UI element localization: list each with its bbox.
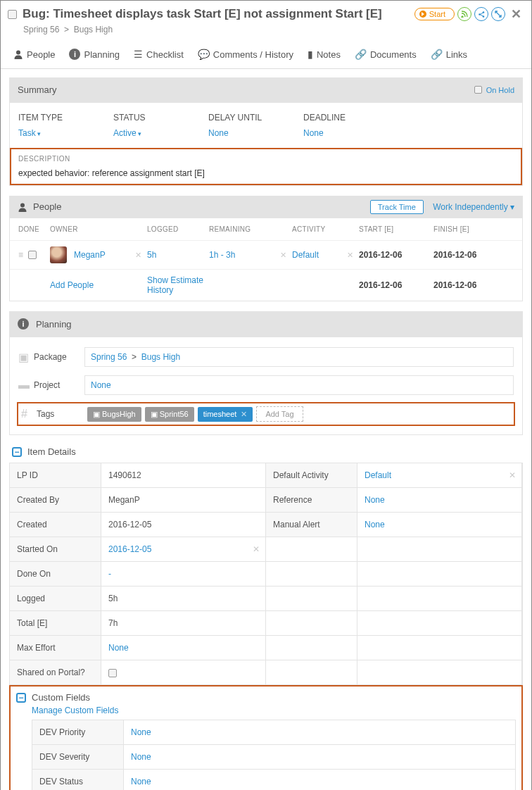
manage-custom-fields-link[interactable]: Manage Custom Fields (32, 706, 118, 715)
custom-fields-title: Custom Fields (32, 692, 90, 703)
detail-row (266, 636, 522, 660)
finish-date: 2016-12-06 (433, 250, 504, 260)
add-tag-input[interactable]: Add Tag (256, 406, 303, 422)
description-text[interactable]: expected behavior: reference assignment … (18, 168, 514, 178)
logged-value[interactable]: 5h (147, 250, 209, 260)
detail-label: Max Effort (10, 636, 101, 660)
detail-label (266, 611, 357, 635)
custom-field-value[interactable]: None (124, 770, 515, 790)
detail-value[interactable]: 2016-12-05✕ (101, 537, 266, 561)
custom-fields-box: − Custom Fields Manage Custom Fields DEV… (9, 685, 523, 790)
close-icon[interactable]: ✕ (508, 6, 524, 22)
svg-point-7 (20, 203, 25, 207)
on-hold-toggle[interactable]: On Hold (474, 86, 514, 94)
rss-icon[interactable] (457, 7, 471, 21)
col-start: START [E] (359, 225, 433, 233)
detail-row: LP ID1490612 (10, 463, 266, 488)
owner-name[interactable]: MeganP (74, 250, 106, 260)
custom-field-row: DEV SeverityNone (32, 745, 515, 770)
tab-documents[interactable]: 🔗Documents (348, 44, 424, 64)
item-type-value[interactable]: Task (18, 128, 113, 138)
clear-activity-icon[interactable]: ✕ (347, 251, 359, 260)
detail-row: Max EffortNone (10, 636, 266, 660)
custom-field-value[interactable]: None (124, 745, 515, 769)
share-icon[interactable] (474, 7, 488, 21)
remaining-value[interactable]: 1h - 3h (209, 250, 235, 260)
custom-field-value[interactable]: None (124, 720, 515, 744)
svg-line-3 (480, 13, 483, 15)
detail-value[interactable]: Default✕ (357, 463, 522, 487)
show-estimate-link[interactable]: Show Estimate History (147, 275, 203, 295)
track-time-button[interactable]: Track Time (370, 200, 424, 214)
detail-row (266, 562, 522, 587)
detail-row: ReferenceNone (266, 488, 522, 513)
clear-icon[interactable]: ✕ (509, 470, 516, 480)
detail-value (101, 660, 266, 684)
link2-icon: 🔗 (431, 49, 443, 60)
deadline-label: DEADLINE (303, 113, 398, 123)
breadcrumb-sep: > (64, 25, 69, 35)
expand-icon[interactable] (491, 7, 505, 21)
detail-value: 7h (101, 611, 266, 635)
status-value[interactable]: Active (113, 128, 208, 138)
custom-field-row: DEV StatusNone (32, 770, 515, 790)
info-icon: i (18, 318, 29, 330)
tab-notes[interactable]: ▮Notes (300, 44, 348, 64)
detail-value (357, 587, 522, 610)
deadline-value[interactable]: None (303, 128, 398, 138)
clear-remaining-icon[interactable]: ✕ (280, 251, 292, 260)
detail-value: 1490612 (101, 463, 266, 487)
people-title: People (33, 201, 61, 212)
description-label: DESCRIPTION (18, 155, 514, 163)
detail-value[interactable]: None (357, 513, 522, 537)
delay-label: DELAY UNTIL (208, 113, 303, 123)
breadcrumb-1[interactable]: Spring 56 (23, 25, 59, 35)
detail-value (357, 636, 522, 660)
activity-value[interactable]: Default (292, 250, 319, 260)
status-label: STATUS (113, 113, 208, 123)
tab-people[interactable]: People (6, 44, 62, 64)
collapse-icon[interactable]: − (16, 693, 26, 703)
tab-checklist[interactable]: ☰Checklist (127, 44, 191, 64)
detail-value[interactable]: None (357, 488, 522, 512)
item-type-label: ITEM TYPE (18, 113, 113, 123)
svg-line-4 (480, 14, 483, 16)
remove-tag-icon[interactable]: ✕ (241, 410, 247, 419)
drag-handle-icon[interactable]: ≡ (18, 250, 23, 260)
delay-value[interactable]: None (208, 128, 303, 138)
detail-label: LP ID (10, 463, 101, 487)
tab-planning[interactable]: iPlanning (62, 44, 127, 64)
breadcrumb: Spring 56 > Bugs High (1, 25, 531, 40)
comment-icon: 💬 (198, 49, 210, 60)
breadcrumb-2[interactable]: Bugs High (74, 25, 113, 35)
item-details-table: LP ID1490612Created ByMeganPCreated2016-… (9, 463, 523, 685)
tags-label: Tags (37, 409, 87, 419)
package-value[interactable]: Spring 56 > Bugs High (84, 347, 514, 367)
tag-chip[interactable]: ▣ BugsHigh (87, 407, 141, 422)
page-title: Bug: Timesheet displays task Start [E] n… (23, 7, 414, 21)
tag-chip[interactable]: timesheet✕ (198, 407, 253, 422)
tab-links[interactable]: 🔗Links (424, 44, 474, 64)
item-details-title: Item Details (27, 446, 76, 457)
portal-checkbox[interactable] (108, 669, 117, 677)
detail-row (266, 660, 522, 684)
remove-owner-icon[interactable]: ✕ (135, 251, 147, 260)
detail-row: Done On- (10, 562, 266, 587)
planning-title: Planning (36, 319, 72, 330)
work-independently-dropdown[interactable]: Work Independently ▾ (433, 202, 514, 212)
add-people-link[interactable]: Add People (50, 280, 94, 290)
tab-comments[interactable]: 💬Comments / History (191, 44, 300, 64)
item-checkbox[interactable] (8, 10, 17, 19)
tag-chip[interactable]: ▣ Sprint56 (145, 407, 194, 422)
detail-value[interactable]: None (101, 636, 266, 660)
project-value[interactable]: None (84, 375, 514, 395)
detail-value[interactable]: - (101, 562, 266, 586)
collapse-icon[interactable]: − (12, 447, 22, 457)
list-icon: ☰ (134, 49, 143, 60)
start-button[interactable]: Start (414, 8, 455, 20)
detail-label: Logged (10, 587, 101, 610)
detail-row: Manual AlertNone (266, 513, 522, 537)
done-checkbox[interactable] (28, 251, 37, 259)
project-label: Project (34, 380, 84, 390)
clear-icon[interactable]: ✕ (253, 544, 260, 554)
